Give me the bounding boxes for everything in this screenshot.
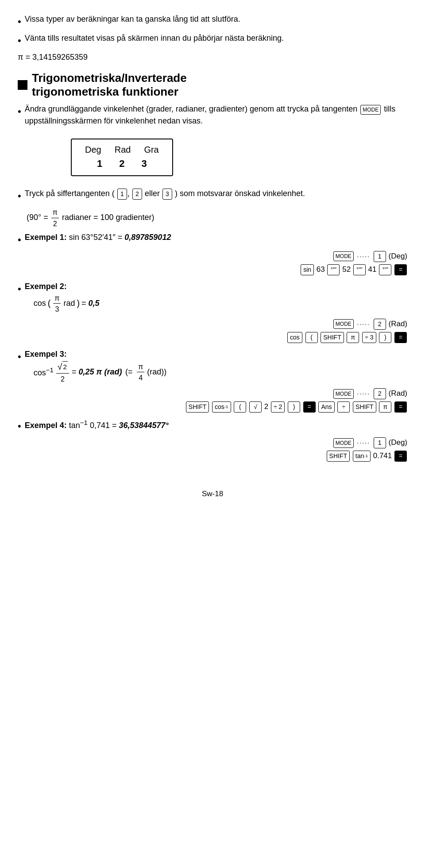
page-footer: Sw-18 [18,488,407,500]
intro-text-2: Vänta tills resultatet visas på skärmen … [25,32,407,44]
example3-label: Exempel 3: [25,350,67,359]
pi-key-ex2: π [347,332,359,343]
deg-label-ex1: (Deg) [388,252,407,260]
angle-num-3: 3 [142,156,147,171]
angle-numbers: 1 2 3 [85,156,159,171]
ans-key-ex3: Ans [318,401,334,413]
deg-label: Deg [85,143,101,156]
angle-num-1: 1 [97,156,102,171]
equals-key-ex1: = [394,264,407,275]
atan-key-ex4: tan-1 [353,451,371,462]
close-paren-ex3: ) [288,401,300,413]
equals-key-ex3a: = [303,401,316,413]
bullet-8: • [18,419,21,433]
sin-key-ex1: sin [301,264,314,275]
intro-text-1: Vissa typer av beräkningar kan ta ganska… [25,13,407,25]
shift2-key-ex3: SHIFT [353,401,376,413]
angle-box-container: Deg Rad Gra 1 2 3 [18,133,407,181]
example4-bullet: • Exempel 4: tan−1 0,741 = 36,53844577° [18,418,407,433]
shift-key-ex2: SHIFT [321,332,344,343]
key-2-inline: 2 [132,189,142,200]
close-paren-ex2: ) [379,332,391,343]
press-text-bullet: • Tryck på siffertangenten ( 1, 2 eller … [18,188,407,203]
mode-key-ex4: MODE [333,438,354,448]
heading-square-icon [18,80,27,90]
ex4-calc-line1: MODE ····· 1 (Deg) [18,437,407,448]
dots-ex2: ····· [357,320,370,329]
key-1-inline: 1 [117,189,127,200]
pi-key2-ex3: π [379,401,391,413]
dots-ex1: ····· [357,252,370,261]
example1-label: Exempel 1: [25,233,67,242]
key-3-inline: 3 [162,189,172,200]
example3-text: Exempel 3: cos−1 √2 2 = 0,25 π (rad) (= … [25,348,407,384]
ex2-calc-line1: MODE ····· 2 (Rad) [18,318,407,330]
angle-box: Deg Rad Gra 1 2 3 [71,139,173,176]
equals-key-ex2: = [394,332,407,343]
example4-text: Exempel 4: tan−1 0,741 = 36,53844577° [25,418,407,432]
pi-line: π = 3,14159265359 [18,51,407,63]
change-unit-text: Ändra grundläggande vinkelenhet (grader,… [25,103,407,127]
open-paren-ex3: ( [234,401,246,413]
acos-key-ex3: cos-1 [212,401,231,413]
dms2-key-ex1: °''' [353,264,366,275]
bullet-4: • [18,189,21,203]
div2-key-ex3: ÷ 2 [271,401,285,413]
example3-result1: 0,25 π (rad) [79,367,122,376]
ex4-calc-line2: SHIFT tan-1 0.741 = [18,450,407,462]
deg-label-ex4: (Deg) [388,438,407,447]
bullet-3: • [18,104,21,119]
section-heading: Trigonometriska/Inverterade trigonometri… [18,71,407,99]
ex1-calc-line2: sin 63 °''' 52 °''' 41 °''' = [18,264,407,275]
bullet-7: • [18,349,21,364]
rad-label-ex2: (Rad) [388,320,407,328]
bullet-5: • [18,232,21,247]
equals-key-ex4: = [394,451,407,462]
val-ex4: 0.741 [373,451,392,460]
ex3-formula: cos−1 √2 2 = 0,25 π (rad) (= π 4 (rad)) [34,360,407,384]
shift-key-ex4: SHIFT [327,451,350,462]
angle-labels: Deg Rad Gra [85,143,159,156]
ex2-formula: cos ( π 3 rad ) = 0,5 [34,293,407,315]
bullet-6: • [18,282,21,296]
sqrt-key-ex3: √ [249,401,262,413]
mode-key-ex1: MODE [333,251,354,261]
num52: 52 [342,265,351,274]
mode-key-ex3: MODE [333,389,354,399]
pi-over-2-fraction: π 2 [51,207,59,229]
ex1-calc-line1: MODE ····· 1 (Deg) [18,251,407,262]
dots-ex3: ····· [357,389,370,398]
ex3-calc-line1: MODE ····· 2 (Rad) [18,388,407,399]
rad-label-ex3: (Rad) [388,389,407,397]
example3-bullet: • Exempel 3: cos−1 √2 2 = 0,25 π (rad) (… [18,348,407,384]
mode-key-ex2: MODE [333,319,354,329]
rad-label: Rad [115,143,131,156]
num2-key-ex3: 2 [374,388,386,399]
example1-text: Exempel 1: sin 63°52′41″ = 0,897859012 [25,231,407,243]
dots-ex4: ····· [357,438,370,448]
rad-formula-line: (90° = π 2 radianer = 100 gradienter) [27,207,407,229]
ex2-calc-line2: cos ( SHIFT π ÷ 3 ) = [18,332,407,343]
section-title: Trigonometriska/Inverterade trigonometri… [32,71,187,99]
equals-key-ex3b: = [394,401,407,413]
intro-line2: • Vänta tills resultatet visas på skärme… [18,32,407,48]
dms1-key-ex1: °''' [327,264,340,275]
page-number: Sw-18 [202,490,223,498]
example4-result: 36,53844577° [119,421,168,430]
change-unit-bullet: • Ändra grundläggande vinkelenhet (grade… [18,103,407,127]
example2-bullet: • Exempel 2: cos ( π 3 rad ) = 0,5 [18,281,407,315]
div-key-ex3: ÷ [337,401,350,413]
example1-result: 0,897859012 [124,233,171,242]
dms3-key-ex1: °''' [379,264,391,275]
angle-num-2: 2 [119,156,124,171]
gra-label: Gra [144,143,158,156]
bullet-2: • [18,33,21,48]
example2-result: 0,5 [89,299,100,308]
num1-key-ex4: 1 [374,437,386,448]
cos-key-ex2: cos [287,332,302,343]
div3-key-ex2: ÷ 3 [362,332,376,343]
num41: 41 [368,265,377,274]
press-text: Tryck på siffertangenten ( 1, 2 eller 3 … [25,188,407,200]
num63: 63 [317,265,325,274]
example1-bullet: • Exempel 1: sin 63°52′41″ = 0,897859012 [18,231,407,247]
